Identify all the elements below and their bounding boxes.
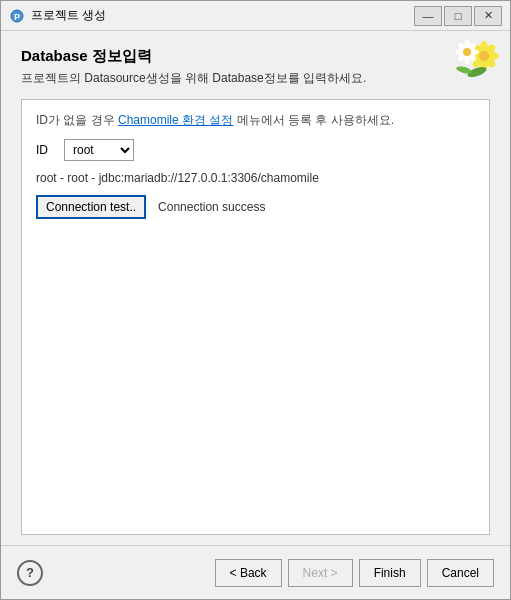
svg-text:P: P — [14, 12, 20, 22]
maximize-button[interactable]: □ — [444, 6, 472, 26]
page-subtitle: 프로젝트의 Datasource생성을 위해 Database정보를 입력하세요… — [21, 70, 490, 87]
svg-point-10 — [479, 51, 489, 61]
connection-string: root - root - jdbc:mariadb://127.0.0.1:3… — [36, 171, 475, 185]
window: P 프로젝트 생성 — □ ✕ — [0, 0, 511, 600]
database-panel: ID가 없을 경우 Chamomile 환경 설정 메뉴에서 등록 후 사용하세… — [21, 99, 490, 535]
chamomile-settings-link[interactable]: Chamomile 환경 설정 — [118, 113, 233, 127]
page-title: Database 정보입력 — [21, 47, 490, 66]
close-button[interactable]: ✕ — [474, 6, 502, 26]
connection-test-button[interactable]: Connection test.. — [36, 195, 146, 219]
info-text-after: 메뉴에서 등록 후 사용하세요. — [233, 113, 394, 127]
svg-point-19 — [463, 48, 471, 56]
id-select[interactable]: root — [64, 139, 134, 161]
id-row: ID root — [36, 139, 475, 161]
info-row: ID가 없을 경우 Chamomile 환경 설정 메뉴에서 등록 후 사용하세… — [36, 112, 475, 129]
back-button[interactable]: < Back — [215, 559, 282, 587]
flower-decoration — [449, 38, 499, 78]
next-button[interactable]: Next > — [288, 559, 353, 587]
app-icon: P — [9, 8, 25, 24]
help-button[interactable]: ? — [17, 560, 43, 586]
footer-right: < Back Next > Finish Cancel — [215, 559, 494, 587]
id-label: ID — [36, 143, 54, 157]
title-bar: P 프로젝트 생성 — □ ✕ — [1, 1, 510, 31]
window-title: 프로젝트 생성 — [31, 7, 414, 24]
finish-button[interactable]: Finish — [359, 559, 421, 587]
minimize-button[interactable]: — — [414, 6, 442, 26]
content-area: Database 정보입력 프로젝트의 Datasource생성을 위해 Dat… — [1, 31, 510, 545]
window-controls: — □ ✕ — [414, 6, 502, 26]
cancel-button[interactable]: Cancel — [427, 559, 494, 587]
info-text-before: ID가 없을 경우 — [36, 113, 118, 127]
connection-test-row: Connection test.. Connection success — [36, 195, 475, 219]
footer: ? < Back Next > Finish Cancel — [1, 545, 510, 599]
footer-left: ? — [17, 560, 43, 586]
connection-status: Connection success — [158, 200, 265, 214]
